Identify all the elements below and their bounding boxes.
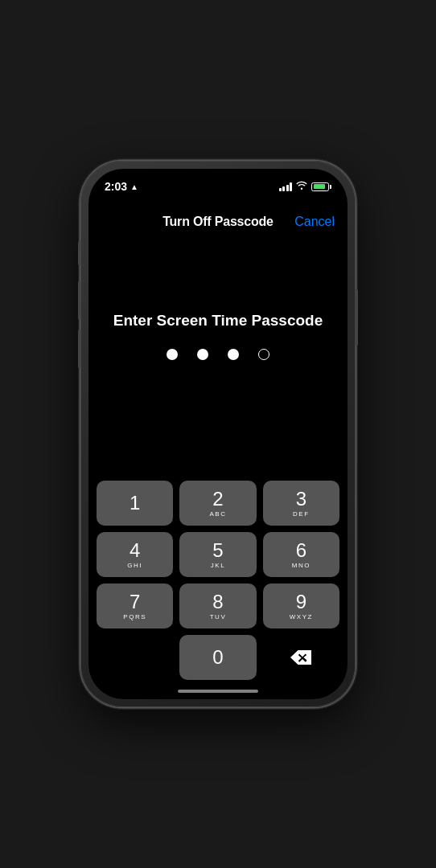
mute-button[interactable] [78, 241, 80, 265]
battery-tip [330, 185, 331, 189]
nav-title: Turn Off Passcode [162, 215, 274, 229]
key-9-number: 9 [296, 592, 306, 612]
key-2[interactable]: 2 ABC [179, 481, 256, 526]
key-8[interactable]: 8 TUV [179, 583, 256, 628]
signal-bar-4 [290, 182, 292, 191]
key-0-number: 0 [212, 648, 223, 667]
cancel-button[interactable]: Cancel [294, 215, 335, 229]
nav-header: Turn Off Passcode Cancel [88, 204, 348, 240]
wifi-icon [296, 181, 307, 192]
backspace-button[interactable] [263, 635, 339, 680]
battery-body [311, 182, 329, 191]
key-7-letters: PQRS [123, 613, 146, 620]
passcode-dots [167, 349, 269, 360]
battery-fill [314, 184, 325, 189]
dot-2 [197, 349, 208, 360]
battery-icon [311, 182, 331, 191]
key-3-letters: DEF [293, 510, 310, 518]
key-9-letters: WXYZ [290, 613, 313, 620]
key-8-number: 8 [212, 592, 223, 612]
key-3[interactable]: 3 DEF [263, 481, 339, 526]
status-icons [279, 181, 332, 192]
key-4-number: 4 [130, 541, 140, 560]
phone-screen: 2:03 ▲ [88, 169, 348, 699]
location-icon: ▲ [130, 182, 138, 191]
key-5[interactable]: 5 JKL [179, 532, 256, 577]
status-time: 2:03 ▲ [105, 180, 138, 193]
key-1[interactable]: 1 [97, 481, 173, 526]
key-2-number: 2 [212, 489, 223, 509]
phone-frame: 2:03 ▲ [80, 161, 356, 707]
key-8-letters: TUV [210, 613, 227, 620]
key-5-letters: JKL [211, 562, 225, 569]
signal-bar-3 [286, 185, 289, 191]
volume-down-button[interactable] [78, 330, 80, 368]
backspace-icon [290, 649, 312, 665]
time-text: 2:03 [105, 180, 127, 193]
key-4[interactable]: 4 GHI [97, 532, 173, 577]
notch [166, 169, 270, 191]
key-6[interactable]: 6 MNO [263, 532, 339, 577]
power-button[interactable] [356, 289, 358, 346]
key-6-letters: MNO [292, 562, 311, 569]
key-6-number: 6 [296, 541, 306, 560]
signal-icon [279, 182, 293, 191]
home-indicator [178, 690, 258, 693]
signal-bar-1 [279, 188, 282, 191]
key-9[interactable]: 9 WXYZ [263, 583, 339, 628]
content-area: Enter Screen Time Passcode 1 2 ABC 3 [88, 240, 348, 699]
key-1-number: 1 [130, 493, 140, 513]
key-7-number: 7 [130, 592, 140, 612]
dot-1 [167, 349, 178, 360]
key-5-number: 5 [212, 541, 223, 560]
key-empty [97, 635, 173, 680]
key-0[interactable]: 0 [179, 635, 256, 680]
key-3-number: 3 [296, 489, 306, 509]
passcode-prompt: Enter Screen Time Passcode [97, 312, 339, 330]
keypad: 1 2 ABC 3 DEF 4 GHI 5 JKL [97, 481, 339, 680]
key-7[interactable]: 7 PQRS [97, 583, 173, 628]
key-4-letters: GHI [127, 562, 142, 569]
dot-3 [228, 349, 239, 360]
signal-bar-2 [282, 186, 285, 191]
volume-up-button[interactable] [78, 281, 80, 320]
key-2-letters: ABC [210, 510, 227, 518]
dot-4 [258, 349, 269, 360]
